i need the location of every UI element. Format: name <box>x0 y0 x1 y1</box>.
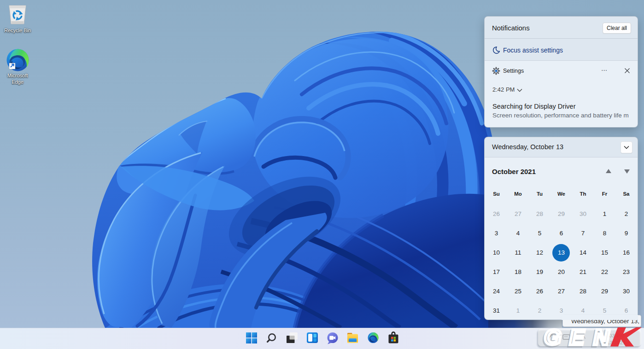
svg-text:G: G <box>544 325 561 349</box>
svg-text:E: E <box>569 325 585 349</box>
svg-text:N: N <box>593 325 610 349</box>
